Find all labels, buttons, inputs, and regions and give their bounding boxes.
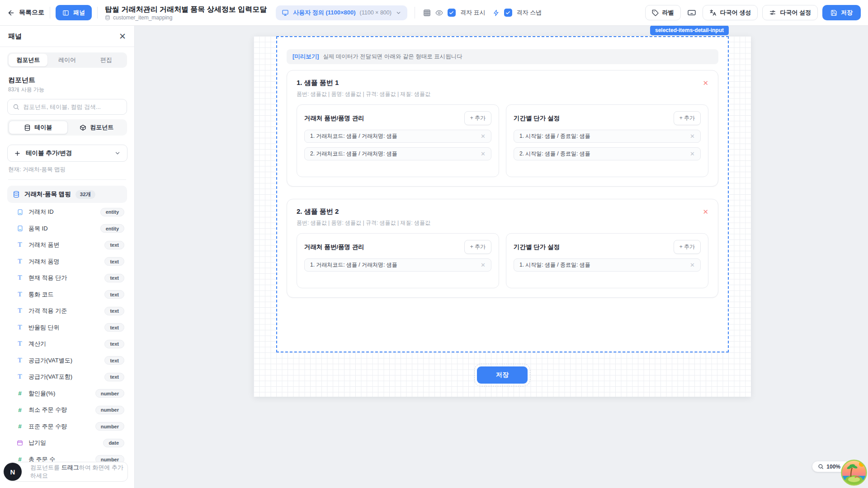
item-title: 2. 샘플 품번 2	[297, 207, 339, 216]
source-tab-테이블[interactable]: 테이블	[9, 121, 68, 134]
field-item[interactable]: T통화 코드text	[7, 286, 127, 303]
monitor-icon	[282, 9, 289, 16]
field-item[interactable]: 납기일date	[7, 435, 127, 451]
item-meta: 품번: 샘플값 | 품명: 샘플값 | 규격: 샘플값 | 재질: 샘플값	[297, 90, 708, 98]
field-item[interactable]: T계산기text	[7, 336, 127, 352]
group-title: 거래처 품번/품명 관리	[304, 114, 364, 122]
save-button[interactable]: 저장	[822, 5, 861, 20]
component-search[interactable]	[7, 99, 127, 115]
text-type-icon: T	[16, 357, 24, 364]
keyboard-shortcuts-button[interactable]	[685, 8, 698, 17]
field-type-badge: number	[95, 389, 124, 398]
group-add-button[interactable]: + 추가	[674, 240, 701, 254]
item-group: 거래처 품번/품명 관리+ 추가1. 거래처코드: 샘플 / 거래처명: 샘플✕…	[297, 104, 499, 177]
table-group-header[interactable]: 거래처-품목 맵핑 32개	[7, 186, 127, 203]
back-to-list-label: 목록으로	[19, 9, 44, 17]
group-row: 1. 거래처코드: 샘플 / 거래처명: 샘플✕	[304, 258, 491, 272]
editor-canvas[interactable]: selected-items-detail-input [미리보기] 실제 데이…	[135, 26, 868, 488]
field-type-badge: number	[95, 422, 124, 431]
field-type-badge: entity	[100, 224, 124, 233]
eye-icon[interactable]	[435, 9, 443, 17]
database-icon	[24, 124, 31, 131]
viewport-size-selector[interactable]: 사용자 정의 (1100×800) (1100 × 800)	[276, 5, 407, 20]
tab-컴포넌트[interactable]: 컴포넌트	[9, 54, 47, 66]
artboard[interactable]: selected-items-detail-input [미리보기] 실제 데이…	[254, 36, 751, 397]
preview-notice-bar: [미리보기] 실제 데이터가 전달되면 아래와 같은 형태로 표시됩니다	[287, 49, 718, 64]
panel-title: 패널	[8, 32, 22, 41]
panel-close-icon[interactable]: ✕	[119, 32, 126, 41]
search-input[interactable]	[23, 103, 122, 110]
panel-icon	[62, 9, 69, 16]
panel-tabs: 컴포넌트레이어편집	[7, 52, 127, 68]
text-type-icon: T	[16, 340, 24, 347]
text-type-icon: T	[16, 274, 24, 282]
panel-toggle-button[interactable]: 패널	[56, 5, 92, 20]
tab-편집[interactable]: 편집	[87, 54, 126, 66]
row-remove-icon[interactable]: ✕	[690, 133, 695, 140]
field-name: 계산기	[28, 340, 46, 348]
row-remove-icon[interactable]: ✕	[481, 133, 486, 140]
field-type-badge: text	[104, 241, 124, 249]
back-to-list-button[interactable]: 목록으로	[7, 9, 44, 17]
grid-snap-checkbox[interactable]	[504, 9, 512, 17]
zoom-level: 100%	[826, 464, 840, 470]
field-type-badge: text	[104, 274, 124, 282]
sample-item-card: 1. 샘플 품번 1✕품번: 샘플값 | 품명: 샘플값 | 규격: 샘플값 |…	[287, 70, 718, 187]
source-tab-컴포넌트[interactable]: 컴포넌트	[68, 121, 126, 134]
field-name: 공급가(VAT별도)	[28, 357, 72, 365]
date-type-icon	[16, 440, 24, 446]
chevron-down-icon	[114, 150, 121, 156]
field-type-badge: entity	[100, 208, 124, 216]
group-add-button[interactable]: + 추가	[674, 111, 701, 125]
row-remove-icon[interactable]: ✕	[481, 150, 486, 157]
field-item[interactable]: T공급가(VAT별도)text	[7, 352, 127, 369]
row-remove-icon[interactable]: ✕	[690, 150, 695, 157]
cube-icon	[80, 124, 86, 131]
drag-hint-text: 컴포넌트를 드래그하여 화면에 추가하세요	[30, 464, 127, 480]
field-item[interactable]: T공급가(VAT포함)text	[7, 369, 127, 385]
i18n-generate-button[interactable]: 다국어 생성	[703, 5, 758, 20]
tab-레이어[interactable]: 레이어	[47, 54, 86, 66]
field-name: 최소 주문 수량	[28, 406, 67, 414]
group-add-button[interactable]: + 추가	[464, 111, 491, 125]
item-delete-icon[interactable]: ✕	[703, 208, 708, 215]
field-item[interactable]: 거래처 IDentity	[7, 204, 127, 221]
group-row-text: 2. 거래처코드: 샘플 / 거래처명: 샘플	[310, 150, 397, 158]
divider	[50, 7, 50, 19]
row-remove-icon[interactable]: ✕	[481, 262, 486, 268]
label-button[interactable]: 라벨	[645, 5, 681, 20]
island-badge-icon[interactable]	[841, 460, 867, 486]
group-add-button[interactable]: + 추가	[464, 240, 491, 254]
sample-items-container: 1. 샘플 품번 1✕품번: 샘플값 | 품명: 샘플값 | 규격: 샘플값 |…	[277, 70, 728, 298]
row-remove-icon[interactable]: ✕	[690, 262, 695, 268]
field-item[interactable]: #최소 주문 수량number	[7, 402, 127, 418]
search-icon	[13, 103, 19, 110]
group-row-text: 1. 시작일: 샘플 / 종료일: 샘플	[519, 132, 590, 140]
selected-component[interactable]: selected-items-detail-input [미리보기] 실제 데이…	[276, 36, 729, 352]
field-item[interactable]: 품목 IDentity	[7, 221, 127, 237]
item-title: 1. 샘플 품번 1	[297, 79, 339, 87]
group-title: 거래처 품번/품명 관리	[304, 243, 364, 251]
field-name: 표준 주문 수량	[28, 422, 67, 431]
field-item[interactable]: T가격 적용 기준text	[7, 303, 127, 319]
field-item[interactable]: #표준 주문 수량number	[7, 418, 127, 435]
group-row: 1. 거래처코드: 샘플 / 거래처명: 샘플✕	[304, 130, 491, 143]
plus-icon	[14, 150, 21, 157]
field-item[interactable]: T반올림 단위text	[7, 319, 127, 336]
add-table-button[interactable]: 테이블 추가/변경	[7, 145, 127, 162]
text-type-icon: T	[16, 291, 24, 298]
form-save-button[interactable]: 저장	[477, 366, 528, 384]
divider	[97, 7, 98, 19]
field-item[interactable]: T현재 적용 단가text	[7, 270, 127, 286]
item-group: 기간별 단가 설정+ 추가1. 시작일: 샘플 / 종료일: 샘플✕2. 시작일…	[506, 104, 708, 177]
field-item[interactable]: T거래처 품명text	[7, 253, 127, 270]
i18n-settings-button[interactable]: 다국어 설정	[762, 5, 818, 20]
preview-tag: [미리보기]	[292, 53, 319, 61]
top-toolbar: 목록으로 패널 탑씰 거래처관리 거래처별 품목 상세정보 입력모달 custo…	[0, 0, 868, 26]
field-type-badge: text	[104, 257, 124, 266]
item-delete-icon[interactable]: ✕	[703, 80, 708, 86]
group-row-text: 2. 시작일: 샘플 / 종료일: 샘플	[519, 150, 590, 158]
field-item[interactable]: T거래처 품번text	[7, 237, 127, 253]
field-item[interactable]: #할인율(%)number	[7, 385, 127, 402]
grid-show-checkbox[interactable]	[448, 9, 456, 17]
